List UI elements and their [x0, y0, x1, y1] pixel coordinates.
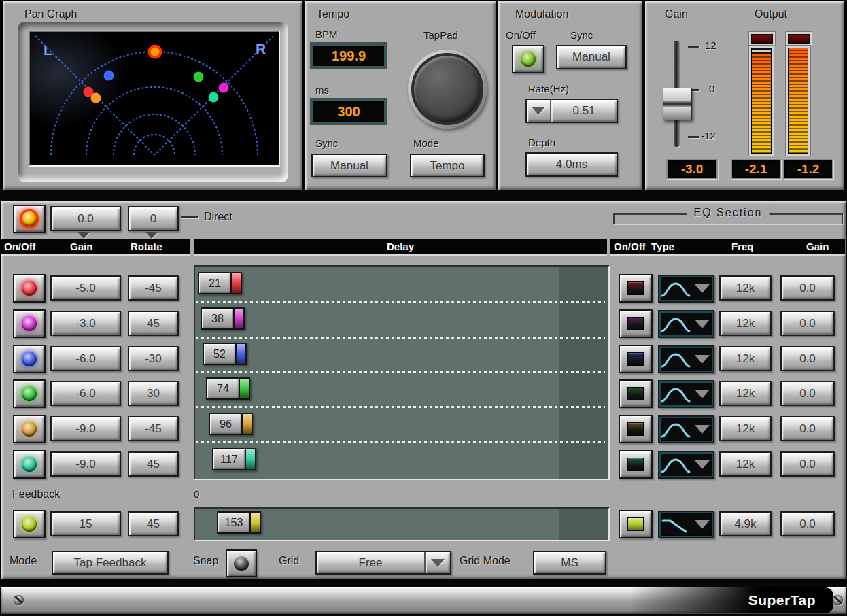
tap-4-delay-marker[interactable]: 74 — [206, 377, 250, 400]
tap-1-delay-marker[interactable]: 21 — [198, 272, 242, 294]
tap-1-rotate[interactable]: -45 — [128, 275, 179, 301]
tap-4-rotate[interactable]: 30 — [128, 381, 179, 406]
eq-type-dropdown-arrow[interactable] — [691, 381, 713, 407]
feedback-tap-handle[interactable] — [249, 513, 260, 532]
feedback-gain[interactable]: 15 — [50, 511, 121, 536]
grid-dropdown[interactable]: Free — [315, 551, 451, 575]
tap-4-onoff-button[interactable] — [13, 379, 46, 408]
tap-2-eq-onoff-button[interactable] — [619, 309, 653, 338]
tap-3-delay-handle[interactable] — [235, 344, 245, 364]
tempo-sync-button[interactable]: Manual — [311, 154, 387, 177]
pan-graph-bezel: L R — [18, 22, 288, 182]
tap-6-eq-freq[interactable]: 12k — [719, 451, 772, 477]
tap-4-delay-handle[interactable] — [239, 379, 249, 398]
mod-sync-button[interactable]: Manual — [556, 45, 627, 69]
tap-2-eq-freq[interactable]: 12k — [719, 311, 772, 336]
gain-fader-thumb[interactable] — [663, 88, 692, 120]
tap-6-eq-type-dropdown[interactable] — [658, 451, 714, 479]
tap-1-eq-gain[interactable]: 0.0 — [780, 275, 835, 301]
tap-4-eq-type-dropdown[interactable] — [658, 380, 714, 408]
grid-dropdown-arrow[interactable] — [424, 552, 450, 573]
tap-6-rotate[interactable]: 45 — [128, 451, 179, 477]
tap-1-eq-freq[interactable]: 12k — [719, 275, 772, 301]
tap-1-eq-onoff-button[interactable] — [619, 274, 653, 303]
gain-readout[interactable]: -3.0 — [666, 159, 718, 179]
tap-3-eq-onoff-button[interactable] — [619, 345, 653, 373]
tap-3-eq-type-dropdown[interactable] — [658, 345, 714, 373]
tap-6-eq-onoff-button[interactable] — [619, 450, 653, 479]
feedback-tap-marker[interactable]: 153 — [217, 511, 261, 534]
tap-6-delay-handle[interactable] — [245, 449, 255, 469]
eq-type-dropdown-arrow[interactable] — [691, 452, 713, 477]
tap-3-onoff-button[interactable] — [13, 345, 46, 373]
tap-1-gain[interactable]: -5.0 — [50, 275, 121, 301]
tap-2-rotate[interactable]: 45 — [128, 311, 179, 336]
feedback-eq-freq[interactable]: 4.9k — [719, 511, 772, 536]
feedback-eq-type-dropdown[interactable] — [658, 511, 714, 538]
tap-3-eq-gain[interactable]: 0.0 — [780, 346, 835, 371]
eq-type-dropdown-arrow[interactable] — [691, 347, 713, 372]
tap-5-onoff-button[interactable] — [13, 415, 46, 443]
tap-4-eq-freq[interactable]: 12k — [719, 381, 772, 406]
tap-2-eq-gain[interactable]: 0.0 — [780, 311, 835, 336]
tap-5-eq-gain[interactable]: 0.0 — [780, 416, 835, 441]
direct-onoff-button[interactable] — [13, 205, 46, 233]
tap-1-eq-type-dropdown[interactable] — [658, 275, 714, 303]
tap-6-delay-marker[interactable]: 117 — [212, 448, 256, 470]
tap-6-onoff-button[interactable] — [13, 450, 46, 479]
bpm-display[interactable]: 199.9 — [311, 44, 386, 68]
tap-5-eq-freq[interactable]: 12k — [719, 416, 772, 441]
feedback-eq-onoff-button[interactable] — [619, 510, 653, 538]
tap-5-eq-led — [627, 422, 644, 436]
feedback-onoff-button[interactable] — [13, 510, 46, 538]
tappad-knob[interactable] — [411, 53, 483, 125]
eq-type-dropdown-arrow[interactable] — [691, 512, 713, 537]
mode-button[interactable]: Tap Feedback — [52, 551, 169, 575]
tap-2-delay-handle[interactable] — [233, 309, 243, 328]
mod-onoff-button[interactable] — [512, 45, 544, 73]
tap-4-eq-onoff-button[interactable] — [619, 379, 653, 408]
grid-mode-button[interactable]: MS — [533, 551, 606, 575]
direct-rotate[interactable]: 0 — [128, 206, 179, 231]
grid-value: Free — [317, 556, 424, 570]
tap-5-eq-type-dropdown[interactable] — [658, 415, 714, 443]
tap-5-delay-marker[interactable]: 96 — [209, 413, 253, 435]
clip-led-right[interactable] — [788, 34, 810, 44]
tap-2-delay-marker[interactable]: 38 — [201, 307, 245, 330]
pan-graph-display: L R — [29, 31, 280, 167]
tap-1-delay-handle[interactable] — [230, 273, 241, 293]
tap-5-gain[interactable]: -9.0 — [50, 416, 121, 441]
tap-2-eq-type-dropdown[interactable] — [658, 310, 714, 338]
snap-button[interactable] — [226, 549, 257, 577]
direct-gain[interactable]: 0.0 — [50, 206, 121, 231]
feedback-eq-gain[interactable]: 0.0 — [780, 511, 835, 536]
tap-4-gain[interactable]: -6.0 — [50, 381, 121, 406]
mod-rate-dropdown-arrow[interactable] — [527, 100, 551, 122]
tap-3-delay-marker[interactable]: 52 — [203, 343, 247, 365]
tap-6-gain[interactable]: -9.0 — [50, 451, 121, 477]
tap-5-eq-onoff-button[interactable] — [619, 415, 653, 443]
tap-1-onoff-button[interactable] — [13, 274, 46, 303]
tap-3-gain[interactable]: -6.0 — [50, 346, 121, 371]
mod-rate-dropdown[interactable]: 0.51 — [525, 99, 618, 123]
chevron-down-icon — [695, 460, 710, 469]
feedback-rotate[interactable]: 45 — [128, 511, 179, 536]
eq-type-dropdown-arrow[interactable] — [691, 417, 713, 442]
output-meter-right — [788, 48, 808, 154]
tap-5-rotate[interactable]: -45 — [128, 416, 179, 441]
eq-type-dropdown-arrow[interactable] — [691, 311, 713, 337]
tap-3-rotate[interactable]: -30 — [128, 346, 179, 371]
tap-2-onoff-button[interactable] — [13, 309, 46, 338]
clip-led-left[interactable] — [751, 34, 773, 44]
tap-4-eq-gain[interactable]: 0.0 — [780, 381, 835, 406]
tap-2-gain[interactable]: -3.0 — [50, 311, 121, 336]
mod-depth-button[interactable]: 4.0ms — [525, 152, 618, 177]
ms-display[interactable]: 300 — [311, 99, 386, 124]
tempo-mode-button[interactable]: Tempo — [410, 154, 485, 177]
delay-header: Delay — [194, 239, 607, 254]
tap-6-eq-gain[interactable]: 0.0 — [780, 451, 835, 477]
tap-2-delay-time: 38 — [202, 309, 233, 328]
tap-3-eq-freq[interactable]: 12k — [719, 346, 772, 371]
tap-5-delay-handle[interactable] — [241, 414, 252, 434]
eq-type-dropdown-arrow[interactable] — [691, 276, 713, 301]
